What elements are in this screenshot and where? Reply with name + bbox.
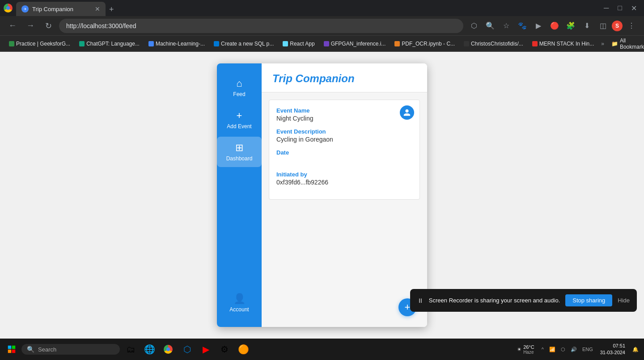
minimize-button[interactable]: ─ <box>600 2 612 14</box>
address-bar[interactable] <box>59 19 463 33</box>
bookmark-pdf[interactable]: PDF_OCR.ipynb - C... <box>391 39 458 49</box>
event-area: Event Name Night Cycling Event Descripti… <box>262 92 427 327</box>
extension4-icon[interactable]: 🧩 <box>564 19 578 33</box>
sidebar-item-feed[interactable]: ⌂ Feed <box>217 72 262 103</box>
clock-date: 31-03-2024 <box>600 349 625 356</box>
svg-rect-3 <box>12 350 16 353</box>
dashboard-icon: ⊞ <box>235 142 243 154</box>
bookmarks-folder[interactable]: 📁 All Bookmarks <box>608 36 644 52</box>
start-button[interactable] <box>4 341 20 357</box>
event-name-value: Night Cycling <box>276 115 412 122</box>
clock-time: 07:51 <box>600 343 625 349</box>
tray-volume[interactable]: 🔊 <box>569 347 579 352</box>
stop-sharing-button[interactable]: Stop sharing <box>565 294 612 306</box>
menu-icon[interactable]: ⋮ <box>624 19 639 33</box>
page-content: ⌂ Feed + Add Event ⊞ Dashboard 👤 <box>0 52 644 339</box>
bookmark-label-github: ChristosChristofidis/... <box>471 41 523 47</box>
chrome-logo-icon <box>4 4 13 13</box>
new-tab-button[interactable]: + <box>106 3 118 16</box>
bookmark-gfpgan[interactable]: GFPGAN_inference.i... <box>320 39 390 49</box>
bookmark-ml[interactable]: Machine-Learning-... <box>145 39 208 49</box>
event-date-label: Date <box>276 149 412 156</box>
taskbar: 🔍 Search 🗂 🌐 ⬡ ▶ ⚙ <box>0 339 644 360</box>
sidebar-dashboard-label: Dashboard <box>226 155 253 162</box>
hide-button[interactable]: Hide <box>618 297 630 304</box>
tray-bluetooth[interactable]: ⬡ <box>559 347 567 352</box>
taskbar-app6[interactable]: ⚙ <box>216 340 233 358</box>
bookmark-geeksforgeeks[interactable]: Practice | GeeksforG... <box>5 39 74 49</box>
active-tab[interactable]: ✈ Trip Companion ✕ <box>16 2 106 16</box>
bookmark-star-icon[interactable]: ☆ <box>499 19 513 33</box>
sidebar-add-event-label: Add Event <box>227 123 251 130</box>
bookmark-label-mern: MERN STACK In Hin... <box>539 41 594 47</box>
tab-title: Trip Companion <box>32 6 73 13</box>
download-icon[interactable]: ⬇ <box>580 19 594 33</box>
bookmark-favicon-gfpgan <box>324 41 329 46</box>
app-container: ⌂ Feed + Add Event ⊞ Dashboard 👤 <box>217 63 427 327</box>
tray-language[interactable]: ENG <box>580 347 595 352</box>
window-controls: ─ □ ✕ <box>600 2 640 14</box>
taskbar-app7[interactable]: 🟠 <box>234 340 252 358</box>
taskbar-search[interactable]: 🔍 Search <box>21 344 120 355</box>
bookmark-favicon-mern <box>532 41 538 46</box>
screen-recorder-message: Screen Recorder is sharing your screen a… <box>429 297 560 304</box>
bookmarks-more-button[interactable]: » <box>599 41 606 47</box>
bookmark-mern[interactable]: MERN STACK In Hin... <box>529 39 597 49</box>
taskbar-vscode[interactable]: ⬡ <box>178 340 196 358</box>
bookmark-label-gfpgan: GFPGAN_inference.i... <box>331 41 386 47</box>
sidebar-item-dashboard[interactable]: ⊞ Dashboard <box>217 137 262 167</box>
close-button[interactable]: ✕ <box>627 2 640 14</box>
zoom-icon[interactable]: 🔍 <box>483 19 497 33</box>
app-title: Trip Companion <box>272 72 416 85</box>
bookmark-favicon-reactapp <box>283 41 288 46</box>
bookmark-label-ml: Machine-Learning-... <box>156 41 205 47</box>
bookmark-favicon-sql <box>214 41 219 46</box>
user-avatar <box>400 105 414 120</box>
sidebar-item-add-event[interactable]: + Add Event <box>217 105 262 135</box>
bookmark-reactapp[interactable]: React App <box>279 39 318 49</box>
taskbar-file-explorer[interactable]: 🗂 <box>122 340 140 358</box>
extension1-icon[interactable]: 🐾 <box>515 19 530 33</box>
weather-widget[interactable]: ☀ 26°C Haze <box>513 344 538 355</box>
bookmark-label-reactapp: React App <box>290 41 314 47</box>
profile-avatar[interactable]: S <box>612 21 623 31</box>
svg-rect-0 <box>8 346 12 349</box>
title-bar: ✈ Trip Companion ✕ + ─ □ ✕ <box>0 0 644 16</box>
tray-show-hidden[interactable]: ^ <box>540 347 546 352</box>
toolbar-icons: ⬡ 🔍 ☆ 🐾 ▶ 🔴 🧩 ⬇ ◫ S ⋮ <box>467 19 639 33</box>
tray-network[interactable]: 📶 <box>547 347 557 352</box>
bookmark-favicon-chatgpt <box>79 41 85 46</box>
taskbar-clock[interactable]: 07:51 31-03-2024 <box>597 343 629 356</box>
taskbar-chrome[interactable] <box>159 340 177 358</box>
sidebar-toggle-icon[interactable]: ◫ <box>596 19 610 33</box>
search-icon: 🔍 <box>27 346 34 353</box>
sidebar-item-account[interactable]: 👤 Account <box>217 288 262 318</box>
svg-rect-1 <box>12 346 16 349</box>
back-button[interactable]: ← <box>5 19 20 33</box>
bookmark-sql[interactable]: Create a new SQL p... <box>210 39 277 49</box>
forward-button[interactable]: → <box>23 19 38 33</box>
screen-recorder-banner: ⏸ Screen Recorder is sharing your screen… <box>410 289 637 312</box>
browser-toolbar: ← → ↻ ⬡ 🔍 ☆ 🐾 ▶ 🔴 🧩 ⬇ ◫ S ⋮ <box>0 16 644 36</box>
tab-close-button[interactable]: ✕ <box>95 5 100 13</box>
tray-notifications[interactable]: 🔔 <box>631 347 640 352</box>
extension2-icon[interactable]: ▶ <box>531 19 546 33</box>
sidebar-feed-label: Feed <box>233 91 245 97</box>
bookmark-github[interactable]: ChristosChristofidis/... <box>460 39 527 49</box>
reload-button[interactable]: ↻ <box>41 19 55 33</box>
event-name-label: Event Name <box>276 107 412 114</box>
bookmark-label-geeksforgeeks: Practice | GeeksforG... <box>16 41 70 47</box>
bookmark-favicon-github <box>464 41 469 46</box>
taskbar-edge[interactable]: 🌐 <box>140 340 158 358</box>
pause-icon: ⏸ <box>417 297 424 304</box>
bookmark-chatgpt[interactable]: ChatGPT: Language... <box>76 39 143 49</box>
main-content: Trip Companion Event Name Night Cycling … <box>262 63 427 327</box>
cast-icon[interactable]: ⬡ <box>467 19 481 33</box>
taskbar-youtube[interactable]: ▶ <box>197 340 215 358</box>
svg-rect-2 <box>8 350 12 353</box>
event-card: Event Name Night Cycling Event Descripti… <box>269 100 420 200</box>
bookmarks-folder-label: All Bookmarks <box>620 38 644 50</box>
extension3-icon[interactable]: 🔴 <box>547 19 562 33</box>
maximize-button[interactable]: □ <box>614 2 626 14</box>
weather-icon: ☀ <box>517 347 521 352</box>
